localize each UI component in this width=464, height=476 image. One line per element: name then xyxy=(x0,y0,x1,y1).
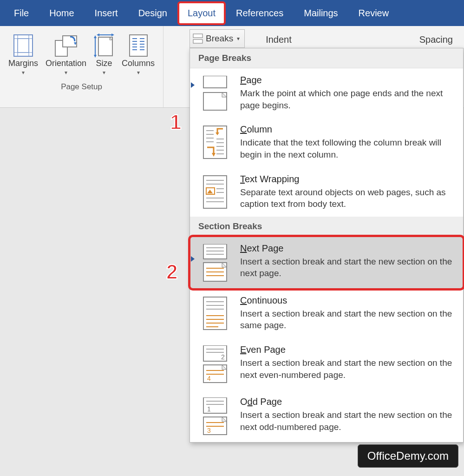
oddpage-break-icon: 1 3 xyxy=(198,397,232,436)
svg-text:4: 4 xyxy=(207,375,211,382)
continuous-break-icon xyxy=(198,295,232,331)
svg-marker-11 xyxy=(94,35,97,38)
break-oddpage-item[interactable]: 1 3 Odd Page Insert a section break and … xyxy=(190,390,463,442)
evenpage-break-icon: 2 4 xyxy=(198,344,232,383)
break-page-item[interactable]: Page Mark the point at which one page en… xyxy=(190,68,463,118)
break-evenpage-item[interactable]: 2 4 Even Page Insert a section break and… xyxy=(190,338,463,390)
break-continuous-item[interactable]: Continuous Insert a section break and st… xyxy=(190,289,463,338)
tab-references[interactable]: References xyxy=(226,1,294,25)
column-break-icon xyxy=(198,124,232,160)
columns-label: Columns xyxy=(122,59,155,68)
callout-1: 1 xyxy=(170,111,181,134)
columns-icon xyxy=(129,33,148,59)
tab-layout[interactable]: Layout xyxy=(177,1,226,25)
svg-text:3: 3 xyxy=(207,427,211,434)
margins-icon xyxy=(13,33,33,59)
page-break-icon xyxy=(198,75,232,111)
svg-rect-16 xyxy=(130,35,147,56)
item-desc: Separate text around objects on web page… xyxy=(240,186,457,210)
dropdown-caret-icon: ▾ xyxy=(137,69,140,76)
dropdown-caret-icon: ▾ xyxy=(22,69,25,76)
tab-mailings[interactable]: Mailings xyxy=(294,1,348,25)
item-desc: Insert a section break and start the new… xyxy=(240,256,457,279)
item-title: Page xyxy=(240,75,457,86)
ribbon-tabs: File Home Insert Design Layout Reference… xyxy=(0,0,464,26)
svg-marker-14 xyxy=(97,33,99,36)
break-textwrap-item[interactable]: Text Wrapping Separate text around objec… xyxy=(190,167,463,217)
svg-marker-15 xyxy=(111,33,114,36)
orientation-button[interactable]: Orientation ▾ xyxy=(43,30,89,78)
item-desc: Insert a section break and start the new… xyxy=(240,308,457,331)
page-setup-group-label: Page Setup xyxy=(6,82,157,92)
break-column-item[interactable]: Column Indicate that the text following … xyxy=(190,118,463,167)
tab-file[interactable]: File xyxy=(4,1,39,25)
item-title: Odd Page xyxy=(240,397,457,407)
dropdown-caret-icon: ▾ xyxy=(65,69,67,76)
size-label: Size xyxy=(96,59,112,68)
size-button[interactable]: Size ▾ xyxy=(91,30,117,78)
item-title: Next Page xyxy=(240,243,457,254)
item-desc: Insert a section break and start the new… xyxy=(240,357,457,381)
item-desc: Mark the point at which one page ends an… xyxy=(240,87,457,111)
tab-review[interactable]: Review xyxy=(348,1,399,25)
svg-rect-0 xyxy=(14,35,33,56)
tab-insert[interactable]: Insert xyxy=(85,1,128,25)
size-icon xyxy=(94,33,114,59)
breaks-icon xyxy=(193,33,203,44)
tab-design[interactable]: Design xyxy=(128,1,177,25)
margins-label: Margins xyxy=(8,59,38,68)
item-title: Continuous xyxy=(240,295,457,306)
tab-home[interactable]: Home xyxy=(39,1,84,25)
margins-button[interactable]: Margins ▾ xyxy=(6,30,41,78)
textwrap-break-icon xyxy=(198,174,232,210)
break-nextpage-item[interactable]: Next Page Insert a section break and sta… xyxy=(190,237,463,289)
callout-2: 2 xyxy=(166,260,177,284)
item-title: Text Wrapping xyxy=(240,174,457,185)
columns-button[interactable]: Columns ▾ xyxy=(119,30,157,78)
item-desc: Insert a section break and start the new… xyxy=(240,409,457,433)
current-marker-icon xyxy=(191,256,195,262)
svg-rect-27 xyxy=(193,34,203,38)
item-title: Even Page xyxy=(240,344,457,355)
section-breaks-header: Section Breaks xyxy=(190,217,463,237)
dropdown-caret-icon: ▾ xyxy=(237,35,240,42)
page-setup-group: Margins ▾ Orientation ▾ Size ▾ xyxy=(0,26,163,107)
watermark-badge: OfficeDemy.com xyxy=(358,444,458,468)
orientation-icon xyxy=(53,33,78,59)
svg-text:2: 2 xyxy=(221,353,225,361)
current-marker-icon xyxy=(191,82,195,88)
nextpage-break-icon xyxy=(198,243,232,282)
item-title: Column xyxy=(240,124,457,135)
page-breaks-header: Page Breaks xyxy=(190,48,463,68)
svg-rect-29 xyxy=(203,76,227,88)
svg-rect-28 xyxy=(193,40,203,43)
svg-marker-12 xyxy=(94,55,97,58)
svg-text:1: 1 xyxy=(207,405,211,413)
item-desc: Indicate that the text following the col… xyxy=(240,137,457,160)
dropdown-caret-icon: ▾ xyxy=(103,69,105,76)
breaks-button[interactable]: Breaks ▾ xyxy=(190,29,245,48)
breaks-dropdown: Page Breaks Page Mark the point at which… xyxy=(190,48,464,443)
orientation-label: Orientation xyxy=(46,59,86,68)
breaks-label: Breaks xyxy=(206,33,233,44)
